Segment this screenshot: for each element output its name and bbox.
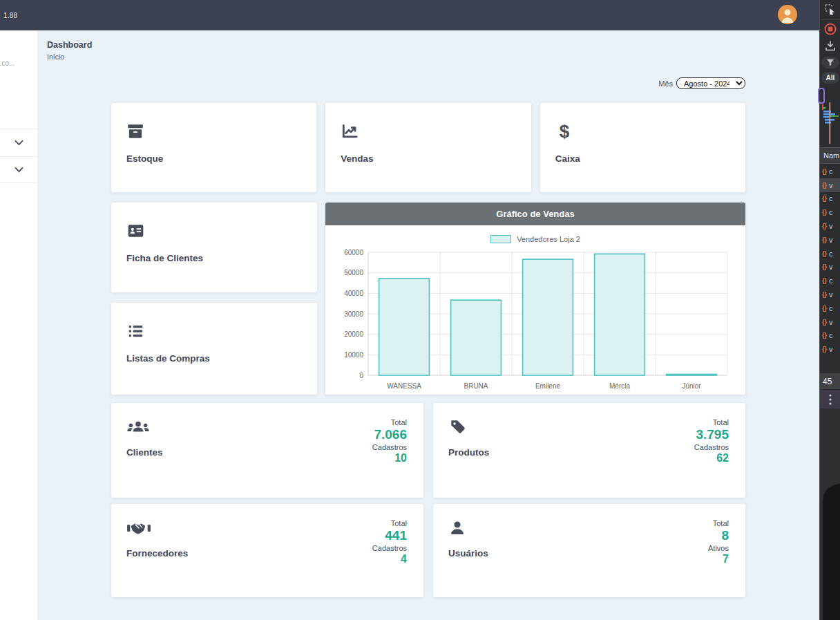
card-estoque[interactable]: Estoque — [111, 103, 316, 192]
users-icon — [126, 418, 150, 436]
legend-swatch[interactable] — [490, 235, 511, 243]
sales-bar-chart[interactable]: 0100002000030000400005000060000WANESSABR… — [332, 247, 738, 395]
filter-button[interactable] — [821, 57, 839, 68]
svg-text:BRUNA: BRUNA — [464, 382, 488, 390]
card-ficha-de-clientes[interactable]: Ficha de Clientes — [111, 203, 317, 292]
network-request-row[interactable]: {} v — [820, 178, 840, 192]
card-fornecedores[interactable]: Fornecedores Total 441 Cadastros 4 — [111, 504, 423, 597]
metric-value: 7.066 — [372, 426, 407, 443]
nav-card-label: Caixa — [555, 153, 730, 164]
waterfall-chart-icon — [821, 102, 840, 144]
script-file-icon: {} — [822, 332, 827, 339]
sidebar-menu-item-1[interactable] — [0, 129, 38, 156]
record-stop-icon — [823, 22, 837, 36]
dollar-icon: $ — [555, 122, 573, 140]
network-request-row[interactable]: {} v — [820, 315, 840, 329]
user-avatar[interactable] — [778, 5, 797, 24]
metric-value: 4 — [372, 552, 407, 567]
more-options-button[interactable] — [820, 390, 840, 408]
script-file-icon: {} — [822, 250, 827, 257]
metric-label: Total — [708, 519, 729, 527]
network-request-row[interactable]: {} c — [820, 247, 840, 261]
metric-label: Ativos — [708, 544, 729, 552]
script-file-icon: {} — [822, 182, 827, 189]
chevron-down-icon — [13, 137, 25, 149]
script-file-icon: {} — [822, 291, 827, 298]
svg-text:60000: 60000 — [344, 249, 363, 256]
nav-card-label: Ficha de Clientes — [126, 253, 302, 263]
network-request-row[interactable]: {} c — [820, 192, 840, 206]
metric-value: 3.795 — [694, 426, 729, 443]
svg-text:30000: 30000 — [344, 310, 363, 318]
card-caixa[interactable]: $ Caixa — [540, 103, 745, 192]
card-vendas[interactable]: Vendas — [325, 103, 531, 192]
stat-card-label: Fornecedores — [126, 548, 188, 558]
sidebar-brand-text: ware.co... — [0, 59, 29, 67]
record-network-button[interactable] — [820, 19, 840, 37]
network-overview[interactable] — [821, 102, 840, 147]
network-request-row[interactable]: {} v — [820, 219, 840, 233]
main-content: Dashboard Início Mês Agosto - 2024 Es — [38, 30, 819, 620]
script-file-icon: {} — [822, 236, 827, 243]
script-file-icon: {} — [822, 263, 827, 270]
list-icon — [126, 322, 145, 340]
sidebar-menu-item-2[interactable] — [0, 156, 38, 183]
svg-text:40000: 40000 — [344, 290, 363, 297]
inspect-element-button[interactable] — [820, 3, 840, 17]
stats-row-2: Fornecedores Total 441 Cadastros 4 — [111, 504, 745, 597]
metric-label: Total — [694, 418, 729, 426]
script-file-icon: {} — [822, 223, 827, 229]
metric-value: 62 — [694, 451, 729, 466]
script-file-icon: {} — [822, 195, 827, 202]
tag-icon — [448, 418, 468, 436]
metric-label: Cadastros — [694, 443, 729, 451]
card-produtos[interactable]: Produtos Total 3.795 Cadastros 62 — [433, 403, 745, 498]
network-request-row[interactable]: {} v — [820, 342, 840, 356]
network-request-row[interactable]: {} v — [820, 261, 840, 274]
card-usuarios[interactable]: Usuários Total 8 Ativos 7 — [433, 504, 745, 597]
network-request-row[interactable]: {} c — [820, 205, 840, 219]
filter-all-pill[interactable]: All — [821, 72, 839, 84]
avatar-person-icon — [778, 5, 797, 24]
card-clientes[interactable]: Clientes Total 7.066 Cadastros 10 — [111, 403, 423, 498]
name-column-header[interactable]: Nam — [820, 147, 840, 164]
chart-row: Ficha de Clientes Listas de Compras — [111, 203, 745, 395]
script-file-icon: {} — [822, 346, 827, 353]
drawer-handle[interactable] — [818, 88, 825, 104]
network-request-row[interactable]: {} v — [820, 288, 840, 301]
network-request-list: {} c {} v {} c {} c {} v {} v {} c {} v … — [820, 165, 840, 356]
nav-cards-column: Ficha de Clientes Listas de Compras — [111, 203, 317, 395]
inspect-cursor-icon — [823, 3, 837, 17]
script-file-icon: {} — [822, 319, 827, 326]
left-sidebar: ware.co... — [0, 30, 38, 620]
metric-label: Total — [372, 519, 407, 527]
network-request-row[interactable]: {} c — [820, 274, 840, 288]
svg-text:Júnior: Júnior — [682, 382, 701, 390]
network-request-row[interactable]: {} v — [820, 233, 840, 247]
metric-label: Cadastros — [372, 443, 407, 451]
handshake-icon — [126, 519, 151, 537]
card-listas-de-compras[interactable]: Listas de Compras — [111, 303, 317, 395]
month-select[interactable]: Agosto - 2024 — [676, 77, 745, 89]
nav-card-label: Estoque — [126, 153, 301, 164]
kebab-menu-icon — [829, 394, 832, 405]
svg-text:50000: 50000 — [344, 269, 363, 276]
stat-card-label: Clientes — [126, 447, 163, 458]
device-frame — [823, 484, 840, 620]
network-request-row[interactable]: {} c — [820, 165, 840, 178]
page-header: Dashboard Início — [38, 30, 819, 61]
svg-text:0: 0 — [359, 372, 363, 379]
chart-legend: Vendedores Loja 2 — [325, 234, 745, 244]
nav-card-label: Listas de Compras — [126, 353, 302, 364]
svg-text:10000: 10000 — [344, 351, 363, 359]
metric-label: Cadastros — [372, 544, 407, 552]
stat-card-label: Produtos — [448, 447, 489, 458]
content-container: Mês Agosto - 2024 Estoque — [111, 77, 745, 597]
network-request-row[interactable]: {} c — [820, 301, 840, 315]
network-request-row[interactable]: {} c — [820, 329, 840, 343]
user-icon — [448, 519, 466, 537]
metric-value: 10 — [372, 451, 407, 466]
devtools-lower-area — [820, 408, 840, 620]
script-file-icon: {} — [822, 209, 827, 216]
import-har-button[interactable] — [820, 40, 840, 53]
